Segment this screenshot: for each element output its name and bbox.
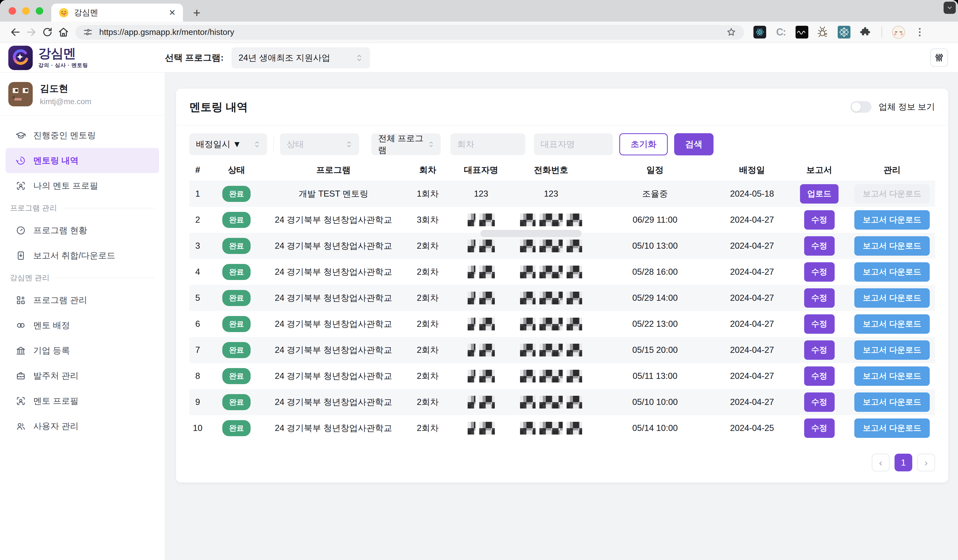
react-devtools-extension-icon[interactable] xyxy=(753,26,766,38)
report-cell: 수정 xyxy=(790,233,849,259)
zoom-window-button[interactable] xyxy=(36,7,43,15)
ceo-name-cell xyxy=(455,389,507,415)
program-cell: 개발 TEST 멘토링 xyxy=(267,181,400,207)
chevron-updown-icon xyxy=(356,54,363,62)
site-settings-icon[interactable] xyxy=(82,27,93,37)
redacted-mosaic xyxy=(566,370,582,383)
redacted-mosaic xyxy=(539,266,563,278)
pagination: ‹ 1 › xyxy=(872,454,935,471)
ceo-name-cell xyxy=(455,207,507,233)
app-logo-icon xyxy=(8,46,33,70)
program-cell: 24 경기북부 청년창업사관학교 xyxy=(267,389,400,415)
reset-button[interactable]: 초기화 xyxy=(619,133,668,155)
report-download-button[interactable]: 보고서 다운로드 xyxy=(854,210,929,229)
report-download-button[interactable]: 보고서 다운로드 xyxy=(854,288,929,308)
sidebar-item[interactable]: 프로그램 현황 xyxy=(6,218,159,243)
sidebar-item[interactable]: 멘토 프로필 xyxy=(6,388,159,413)
report-download-button[interactable]: 보고서 다운로드 xyxy=(854,314,929,334)
redacted-mosaic xyxy=(479,318,495,331)
wave-extension-icon[interactable] xyxy=(796,26,808,38)
report-cell: 수정 xyxy=(790,389,849,415)
sidebar-item[interactable]: 발주처 관리 xyxy=(6,363,159,388)
home-button[interactable] xyxy=(56,24,71,40)
sidebar-item[interactable]: 프로그램 관리 xyxy=(6,288,159,313)
sidebar-item[interactable]: 멘토 배정 xyxy=(6,313,159,338)
sidebar-item[interactable]: 나의 멘토 프로필 xyxy=(6,173,159,198)
ceo-name-cell xyxy=(455,415,507,441)
ceo-name-cell: 123 xyxy=(455,181,507,207)
user-avatar xyxy=(8,82,33,106)
tab-search-button[interactable] xyxy=(944,2,956,14)
person-frame-icon xyxy=(16,180,26,191)
report-download-button[interactable]: 보고서 다운로드 xyxy=(854,236,929,256)
report-upload-button[interactable]: 업로드 xyxy=(800,184,839,204)
company-info-toggle[interactable] xyxy=(850,101,871,113)
program-filter-select[interactable]: 전체 프로그램 xyxy=(371,133,441,155)
minimize-window-button[interactable] xyxy=(22,7,30,15)
report-edit-button[interactable]: 수정 xyxy=(804,288,835,308)
column-header: 회차 xyxy=(400,159,455,181)
report-edit-button[interactable]: 수정 xyxy=(804,314,835,334)
report-edit-button[interactable]: 수정 xyxy=(804,366,835,386)
sidebar-item[interactable]: 사용자 관리 xyxy=(6,413,159,439)
manage-cell: 보고서 다운로드 xyxy=(849,337,935,363)
tab-close-icon[interactable]: ✕ xyxy=(169,8,176,17)
url-text[interactable]: https://app.gsmapp.kr/mentor/history xyxy=(99,27,726,37)
report-download-button[interactable]: 보고서 다운로드 xyxy=(854,366,929,386)
app-logo[interactable]: 강심멘 강의 · 심사 · 멘토링 xyxy=(8,46,88,70)
colorzilla-extension-icon[interactable]: C: xyxy=(774,26,787,38)
close-window-button[interactable] xyxy=(9,7,16,15)
report-edit-button[interactable]: 수정 xyxy=(804,262,835,282)
row-number: 5 xyxy=(189,285,206,311)
prev-page-button[interactable]: ‹ xyxy=(872,454,890,471)
report-cell: 수정 xyxy=(790,363,849,389)
report-download-button[interactable]: 보고서 다운로드 xyxy=(854,418,929,438)
address-bar[interactable]: https://app.gsmapp.kr/mentor/history xyxy=(75,25,744,40)
program-select[interactable]: 24년 생애최조 지원사업 xyxy=(232,47,370,68)
sidebar-item[interactable]: 기업 등록 xyxy=(6,338,159,363)
bug-extension-icon[interactable]: C xyxy=(817,26,830,38)
next-page-button[interactable]: › xyxy=(917,454,935,471)
page-1-button[interactable]: 1 xyxy=(895,454,912,471)
reload-button[interactable] xyxy=(40,24,56,40)
chevron-updown-icon xyxy=(254,140,260,149)
display-settings-button[interactable] xyxy=(930,49,948,67)
sort-select[interactable]: 배정일시 ▼ xyxy=(189,133,267,155)
profile-avatar[interactable] xyxy=(892,26,905,39)
round-input[interactable]: 회차 xyxy=(450,133,525,155)
report-edit-button[interactable]: 수정 xyxy=(804,340,835,360)
report-download-button[interactable]: 보고서 다운로드 xyxy=(854,340,929,360)
report-download-button[interactable]: 보고서 다운로드 xyxy=(854,262,929,282)
ceo-name-input[interactable]: 대표자명 xyxy=(534,133,613,155)
back-button[interactable] xyxy=(7,24,23,40)
browser-tab[interactable]: 강심멘 ✕ xyxy=(51,3,183,22)
report-edit-button[interactable]: 수정 xyxy=(804,392,835,412)
sidebar-item[interactable]: 진행중인 멘토링 xyxy=(6,123,159,148)
redacted-mosaic xyxy=(566,422,582,435)
status-select[interactable]: 상태 xyxy=(280,133,359,155)
teal-extension-icon[interactable] xyxy=(838,26,850,38)
redacted-mosaic xyxy=(539,396,563,408)
redacted-mosaic xyxy=(520,318,536,331)
assigned-date-cell: 2024-04-27 xyxy=(715,259,790,285)
sidebar-item[interactable]: 멘토링 내역 xyxy=(6,148,159,173)
toolbar-divider xyxy=(882,27,882,38)
browser-menu-kebab-icon[interactable] xyxy=(914,26,926,38)
bookmark-star-icon[interactable] xyxy=(726,27,737,38)
redacted-mosaic xyxy=(566,214,582,226)
row-number: 9 xyxy=(189,389,206,415)
tab-strip: 강심멘 ✕ + xyxy=(0,0,958,22)
horizontal-scrollbar-thumb[interactable] xyxy=(481,230,582,237)
report-edit-button[interactable]: 수정 xyxy=(804,418,835,438)
forward-button[interactable] xyxy=(23,24,40,40)
sidebar-item-label: 프로그램 관리 xyxy=(33,294,87,306)
extensions-puzzle-icon[interactable] xyxy=(859,26,871,38)
sidebar-item[interactable]: 보고서 취합/다운로드 xyxy=(6,243,159,268)
new-tab-button[interactable]: + xyxy=(189,5,205,21)
report-download-button[interactable]: 보고서 다운로드 xyxy=(854,392,929,412)
redacted-mosaic xyxy=(479,214,495,226)
report-edit-button[interactable]: 수정 xyxy=(804,236,835,256)
program-cell: 24 경기북부 청년창업사관학교 xyxy=(267,337,400,363)
search-button[interactable]: 검색 xyxy=(674,133,714,155)
report-edit-button[interactable]: 수정 xyxy=(804,210,835,229)
